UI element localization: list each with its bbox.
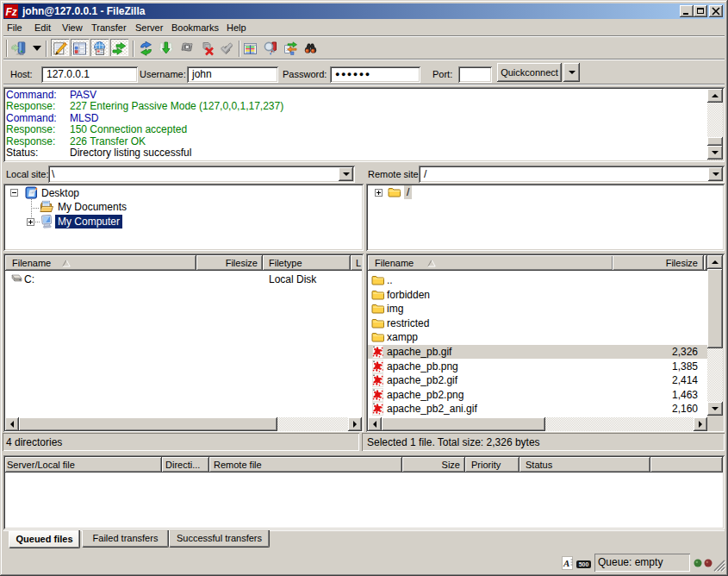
svg-text:Fz: Fz — [6, 6, 17, 18]
svg-text:A: A — [563, 558, 569, 568]
